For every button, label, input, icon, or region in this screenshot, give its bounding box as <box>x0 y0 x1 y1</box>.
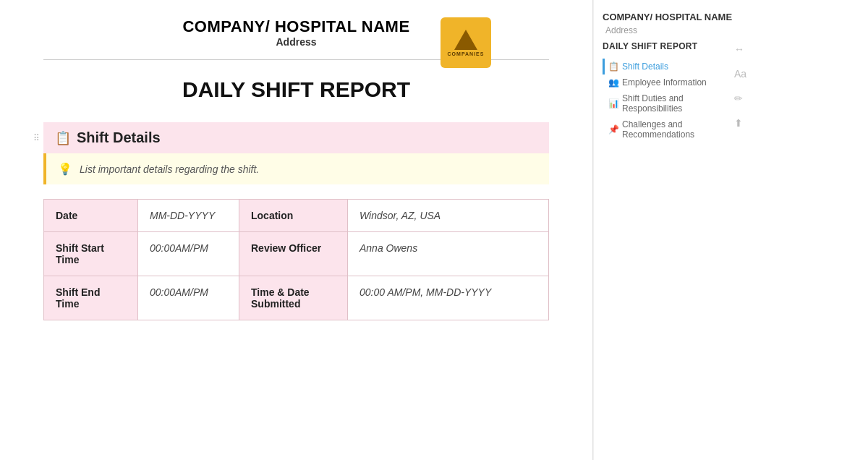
resize-icon[interactable]: ↔ <box>734 43 746 55</box>
sidebar: COMPANY/ HOSPITAL NAME Address DAILY SHI… <box>593 0 752 460</box>
label-location-0: Location <box>239 200 348 232</box>
logo-label: COMPANIES <box>448 51 485 56</box>
label-date-1: Shift Start Time <box>44 232 138 276</box>
value-location-1[interactable]: Anna Owens <box>348 232 549 276</box>
drag-handle-icon[interactable]: ⠿ <box>33 133 40 143</box>
sidebar-nav-item-1[interactable]: 👥 Employee Information <box>603 74 744 90</box>
label-location-1: Review Officer <box>239 232 348 276</box>
edit-icon[interactable]: ✏ <box>734 93 746 104</box>
section-icon: 📋 <box>55 130 71 146</box>
sidebar-report-title: DAILY SHIFT REPORT <box>603 41 744 51</box>
table-row: Shift Start Time 00:00AM/PM Review Offic… <box>44 232 549 276</box>
nav-label-2: Shift Duties and Responsibilities <box>622 93 738 114</box>
share-icon[interactable]: ⬆ <box>734 117 746 129</box>
nav-icon-0: 📋 <box>608 61 619 72</box>
shift-details-section-header: ⠿ 📋 Shift Details <box>43 122 549 153</box>
label-date-2: Shift End Time <box>44 276 138 320</box>
sidebar-address: Address <box>603 25 744 35</box>
company-address: Address <box>182 36 409 48</box>
sidebar-nav-item-3[interactable]: 📌 Challenges and Recommendations <box>603 116 744 142</box>
shift-details-table: Date MM-DD-YYYY Location Windsor, AZ, US… <box>43 199 549 320</box>
sidebar-nav-item-0[interactable]: 📋 Shift Details <box>603 59 744 74</box>
header-text: COMPANY/ HOSPITAL NAME Address <box>182 17 409 48</box>
report-title: DAILY SHIFT REPORT <box>43 77 549 102</box>
logo-triangle-icon <box>454 30 477 50</box>
value-date-0[interactable]: MM-DD-YYYY <box>138 200 239 232</box>
section-title: Shift Details <box>77 129 161 146</box>
nav-icon-3: 📌 <box>608 124 619 135</box>
value-location-0[interactable]: Windsor, AZ, USA <box>348 200 549 232</box>
hint-icon: 💡 <box>58 162 72 176</box>
hint-text: List important details regarding the shi… <box>80 163 259 175</box>
document-header: COMPANY/ HOSPITAL NAME Address COMPANIES <box>43 17 549 60</box>
value-date-1[interactable]: 00:00AM/PM <box>138 232 239 276</box>
label-date-0: Date <box>44 200 138 232</box>
value-location-2[interactable]: 00:00 AM/PM, MM-DD-YYYY <box>348 276 549 320</box>
sidebar-actions: ↔ Aa ✏ ⬆ <box>734 43 746 129</box>
font-icon[interactable]: Aa <box>734 68 746 80</box>
nav-label-0: Shift Details <box>622 61 668 72</box>
table-row: Shift End Time 00:00AM/PM Time & Date Su… <box>44 276 549 320</box>
company-name: COMPANY/ HOSPITAL NAME <box>182 17 409 36</box>
table-row: Date MM-DD-YYYY Location Windsor, AZ, US… <box>44 200 549 232</box>
nav-label-3: Challenges and Recommendations <box>622 119 738 140</box>
hint-box: 💡 List important details regarding the s… <box>43 153 549 184</box>
sidebar-nav-item-2[interactable]: 📊 Shift Duties and Responsibilities <box>603 90 744 116</box>
label-location-2: Time & Date Submitted <box>239 276 348 320</box>
nav-icon-2: 📊 <box>608 98 619 108</box>
main-content: COMPANY/ HOSPITAL NAME Address COMPANIES… <box>0 0 593 460</box>
sidebar-navigation: 📋 Shift Details 👥 Employee Information 📊… <box>603 59 744 142</box>
value-date-2[interactable]: 00:00AM/PM <box>138 276 239 320</box>
nav-icon-1: 👥 <box>608 77 619 88</box>
nav-label-1: Employee Information <box>622 77 707 88</box>
company-logo: COMPANIES <box>441 17 491 68</box>
sidebar-company-name: COMPANY/ HOSPITAL NAME <box>603 12 744 22</box>
